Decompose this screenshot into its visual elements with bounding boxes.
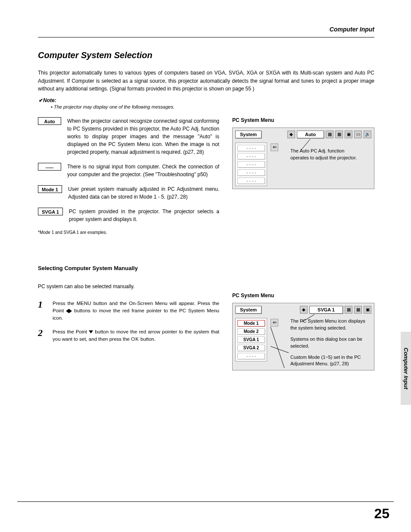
menu1-callout: The Auto PC Adj. function operates to ad… xyxy=(290,148,359,162)
menu2-box: System ◆ SVGA 1 ▦ ▦ ▣ Mode 1 Mode 2 xyxy=(232,303,374,371)
menu1-item-2: - - - - xyxy=(237,153,265,159)
menu2-callout-1: The PC System Menu icon displays the sys… xyxy=(290,318,368,332)
footer-rule xyxy=(17,501,394,502)
section-header: Computer Input xyxy=(38,26,374,33)
menu2-selected: SVGA 1 xyxy=(309,306,343,314)
menu1-item-1: - - - - xyxy=(237,145,265,151)
desc-mode1: User preset system manually adjusted in … xyxy=(68,185,219,201)
menu2-title: PC System Menu xyxy=(232,292,374,299)
menu2-item-svga1: SVGA 1 xyxy=(237,336,265,343)
badge-none: ----- xyxy=(38,163,61,171)
intro-paragraph: This projector automatically tunes to va… xyxy=(38,69,374,93)
menu1-icon-2: ▦ xyxy=(326,131,333,138)
system-msg-svga1: SVGA 1 PC system provided in the project… xyxy=(38,208,219,223)
header-rule xyxy=(38,37,374,37)
badge-svga1: SVGA 1 xyxy=(38,208,63,215)
step-2-text: Press the Point button to move the red a… xyxy=(53,328,219,343)
step-2-number: 2 xyxy=(38,328,46,343)
menu2-item-mode2: Mode 2 xyxy=(237,328,265,335)
menu2-list: Mode 1 Mode 2 SVGA 1 SVGA 2 - - - - xyxy=(235,318,267,361)
menu2-icon-2: ▦ xyxy=(345,306,352,314)
menu1-icon-1: ◆ xyxy=(287,131,295,138)
menu2-item-blank: - - - - xyxy=(237,353,265,359)
menu1-selected: Auto xyxy=(297,131,324,138)
desc-auto: When the projector cannot recognize conn… xyxy=(67,117,219,156)
menu1-item-5: - - - - xyxy=(237,177,265,184)
desc-none: There is no signal input from computer. … xyxy=(67,163,219,178)
badge-auto: Auto xyxy=(38,117,61,125)
step-1-text: Press the MENU button and the On-Screen … xyxy=(53,300,219,322)
menu1-list: - - - - - - - - - - - - - - - - - - - - xyxy=(235,143,267,186)
manual-heading: Selecting Computer System Manually xyxy=(38,265,219,271)
menu1-box: System ◆ Auto ▦ ▦ ▣ ▭ 🔊 - - - - - - - - … xyxy=(232,128,374,189)
menu2-icon-1: ◆ xyxy=(300,306,308,314)
menu2-callout-2: Systems on this dialog box can be select… xyxy=(290,336,368,350)
footnote: *Mode 1 and SVGA 1 are examples. xyxy=(38,230,219,235)
menu1-item-3: - - - - xyxy=(237,161,265,168)
menu1-item-4: - - - - xyxy=(237,169,265,176)
badge-mode1: Mode 1 xyxy=(38,185,62,193)
menu1-title: PC System Menu xyxy=(232,117,374,123)
menu1-back-icon: ⇐ xyxy=(271,143,278,151)
step-1-number: 1 xyxy=(38,300,46,322)
menu1-system-label: System xyxy=(235,131,262,138)
point-down-icon xyxy=(89,330,93,333)
step-1: 1 Press the MENU button and the On-Scree… xyxy=(38,300,219,322)
menu2-icon-4: ▣ xyxy=(364,306,371,314)
step-2: 2 Press the Point button to move the red… xyxy=(38,328,219,343)
menu2-callout-3: Custom Mode (1~5) set in the PC Adjustme… xyxy=(290,354,368,368)
system-msg-auto: Auto When the projector cannot recognize… xyxy=(38,117,219,156)
side-tab: Computer Input xyxy=(401,332,411,405)
desc-svga1: PC system provided in the projector. The… xyxy=(69,208,219,223)
menu2-icon-3: ▦ xyxy=(354,306,362,314)
system-msg-none: ----- There is no signal input from comp… xyxy=(38,163,219,178)
menu1-icon-4: ▣ xyxy=(345,131,352,138)
note-bullet: • The projector may display one of the f… xyxy=(51,104,374,109)
menu1-icon-3: ▦ xyxy=(335,131,343,138)
menu2-system-label: System xyxy=(235,306,262,314)
page-number: 25 xyxy=(374,506,389,522)
menu1-icon-6: 🔊 xyxy=(364,131,371,138)
system-msg-mode1: Mode 1 User preset system manually adjus… xyxy=(38,185,219,201)
menu2-item-svga2: SVGA 2 xyxy=(237,345,265,351)
point-left-icon xyxy=(66,309,69,313)
menu1-icon-5: ▭ xyxy=(354,131,362,138)
manual-lead: PC system can also be selected manually. xyxy=(38,283,219,289)
page-title: Computer System Selection xyxy=(38,50,374,60)
menu2-back-icon: ⇐ xyxy=(271,319,278,327)
note-heading: ✔Note: xyxy=(39,97,374,103)
menu2-item-mode1: Mode 1 xyxy=(237,320,265,327)
